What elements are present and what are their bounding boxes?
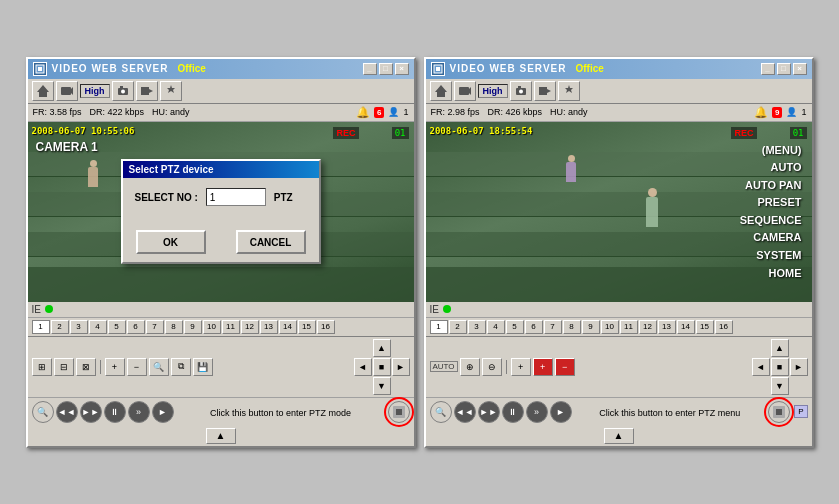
ptz-menu-title: (MENU)	[740, 142, 802, 160]
copy-btn[interactable]: ⧉	[171, 358, 191, 376]
channel2-tab-3[interactable]: 3	[468, 320, 486, 334]
channel2-tab-9[interactable]: 9	[582, 320, 600, 334]
maximize-btn-2[interactable]: □	[777, 63, 791, 75]
ptz-add-btn[interactable]: +	[533, 358, 553, 376]
settings-icon[interactable]	[160, 81, 182, 101]
nav-right-btn-2[interactable]: ►	[790, 358, 808, 376]
channel2-tab-6[interactable]: 6	[525, 320, 543, 334]
ptz-menu-auto[interactable]: AUTO	[740, 159, 802, 177]
nav-up-btn-1[interactable]: ▲	[373, 339, 391, 357]
channel-tab-13[interactable]: 13	[260, 320, 278, 334]
channel2-tab-5[interactable]: 5	[506, 320, 524, 334]
channel-tab-14[interactable]: 14	[279, 320, 297, 334]
forward-btn-1[interactable]: ►►	[80, 401, 102, 423]
rewind-btn-1[interactable]: ◄◄	[56, 401, 78, 423]
forward-btn-2[interactable]: ►►	[478, 401, 500, 423]
channel-tab-7[interactable]: 7	[146, 320, 164, 334]
channel-tab-2[interactable]: 2	[51, 320, 69, 334]
channel2-tab-15[interactable]: 15	[696, 320, 714, 334]
nav-up-btn-2[interactable]: ▲	[771, 339, 789, 357]
ptz-zoom-out-btn[interactable]: ⊖	[482, 358, 502, 376]
cancel-button[interactable]: CANCEL	[236, 230, 306, 254]
record-icon[interactable]	[136, 81, 158, 101]
ptz-zoom-in-btn[interactable]: ⊕	[460, 358, 480, 376]
nav-left-btn-2[interactable]: ◄	[752, 358, 770, 376]
channel-tab-4[interactable]: 4	[89, 320, 107, 334]
rewind-btn-2[interactable]: ◄◄	[454, 401, 476, 423]
grid-16-btn[interactable]: ⊠	[76, 358, 96, 376]
channel-tab-15[interactable]: 15	[298, 320, 316, 334]
ptz-up-btn[interactable]: +	[511, 358, 531, 376]
channel-tab-6[interactable]: 6	[127, 320, 145, 334]
channel2-tab-11[interactable]: 11	[620, 320, 638, 334]
channel-tab-9[interactable]: 9	[184, 320, 202, 334]
ptz-menu-home[interactable]: HOME	[740, 265, 802, 283]
ptz-menu-auto-pan[interactable]: AUTO PAN	[740, 177, 802, 195]
up-arrow-btn-2[interactable]: ▲	[604, 428, 634, 444]
snapshot-icon-2[interactable]	[510, 81, 532, 101]
play-btn-2[interactable]: ►	[550, 401, 572, 423]
ptz-menu-btn-2[interactable]	[768, 401, 790, 423]
grid-9-btn[interactable]: ⊟	[54, 358, 74, 376]
channel2-tab-16[interactable]: 16	[715, 320, 733, 334]
ptz-menu-preset[interactable]: PRESET	[740, 194, 802, 212]
ptz-hint-1: Click this button to enter PTZ mode	[210, 408, 351, 418]
home-icon-2[interactable]	[430, 81, 452, 101]
settings-icon-2[interactable]	[558, 81, 580, 101]
channel2-tab-1[interactable]: 1	[430, 320, 448, 334]
magnify-btn-2[interactable]: 🔍	[430, 401, 452, 423]
search-btn[interactable]: 🔍	[149, 358, 169, 376]
channel2-tab-12[interactable]: 12	[639, 320, 657, 334]
nav-center-btn-1[interactable]: ■	[373, 358, 391, 376]
pause-btn-1[interactable]: ⏸	[104, 401, 126, 423]
camera-icon-2[interactable]	[454, 81, 476, 101]
maximize-btn-1[interactable]: □	[379, 63, 393, 75]
ok-button[interactable]: OK	[136, 230, 206, 254]
nav-down-btn-1[interactable]: ▼	[373, 377, 391, 395]
nav-down-btn-2[interactable]: ▼	[771, 377, 789, 395]
channel2-tab-13[interactable]: 13	[658, 320, 676, 334]
nav-left-btn-1[interactable]: ◄	[354, 358, 372, 376]
ptz-menu-system[interactable]: SYSTEM	[740, 247, 802, 265]
ff-btn-1[interactable]: »	[128, 401, 150, 423]
close-btn-2[interactable]: ×	[793, 63, 807, 75]
channel-tab-16[interactable]: 16	[317, 320, 335, 334]
magnify-btn-1[interactable]: 🔍	[32, 401, 54, 423]
channel-tab-11[interactable]: 11	[222, 320, 240, 334]
channel2-tab-10[interactable]: 10	[601, 320, 619, 334]
grid-4-btn[interactable]: ⊞	[32, 358, 52, 376]
save-btn[interactable]: 💾	[193, 358, 213, 376]
ptz-remove-btn[interactable]: −	[555, 358, 575, 376]
close-btn-1[interactable]: ×	[395, 63, 409, 75]
channel2-tab-7[interactable]: 7	[544, 320, 562, 334]
channel2-tab-4[interactable]: 4	[487, 320, 505, 334]
snapshot-icon[interactable]	[112, 81, 134, 101]
channel2-tab-8[interactable]: 8	[563, 320, 581, 334]
zoom-plus-btn[interactable]: +	[105, 358, 125, 376]
channel-tab-12[interactable]: 12	[241, 320, 259, 334]
home-icon[interactable]	[32, 81, 54, 101]
minimize-btn-2[interactable]: _	[761, 63, 775, 75]
channel-tab-8[interactable]: 8	[165, 320, 183, 334]
zoom-minus-btn[interactable]: −	[127, 358, 147, 376]
channel-tab-10[interactable]: 10	[203, 320, 221, 334]
up-arrow-btn-1[interactable]: ▲	[206, 428, 236, 444]
record-icon-2[interactable]	[534, 81, 556, 101]
channel2-tab-2[interactable]: 2	[449, 320, 467, 334]
channel2-tab-14[interactable]: 14	[677, 320, 695, 334]
ptz-menu-camera[interactable]: CAMERA	[740, 229, 802, 247]
nav-center-btn-2[interactable]: ■	[771, 358, 789, 376]
nav-right-btn-1[interactable]: ►	[392, 358, 410, 376]
ptz-p-btn[interactable]: P	[794, 405, 807, 418]
channel-tab-1[interactable]: 1	[32, 320, 50, 334]
channel-tab-3[interactable]: 3	[70, 320, 88, 334]
minimize-btn-1[interactable]: _	[363, 63, 377, 75]
camera-icon[interactable]	[56, 81, 78, 101]
ptz-mode-btn-1[interactable]	[388, 401, 410, 423]
ff-btn-2[interactable]: »	[526, 401, 548, 423]
ptz-number-input[interactable]	[206, 188, 266, 206]
channel-tab-5[interactable]: 5	[108, 320, 126, 334]
ptz-menu-sequence[interactable]: SEQUENCE	[740, 212, 802, 230]
play-btn-1[interactable]: ►	[152, 401, 174, 423]
pause-btn-2[interactable]: ⏸	[502, 401, 524, 423]
